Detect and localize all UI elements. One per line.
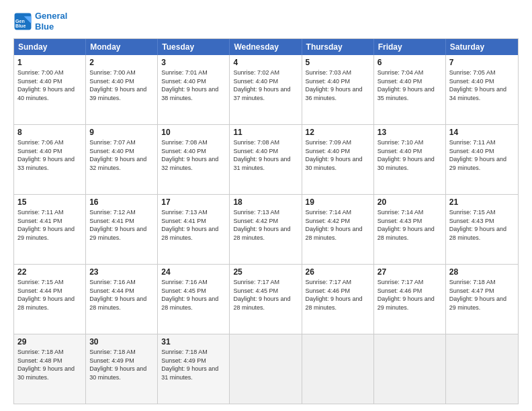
day-cell-17: 17Sunrise: 7:13 AMSunset: 4:41 PMDayligh… <box>158 195 230 264</box>
day-cell-29: 29Sunrise: 7:18 AMSunset: 4:48 PMDayligh… <box>14 334 86 404</box>
cell-info: Sunrise: 7:13 AMSunset: 4:41 PMDaylight:… <box>161 208 226 242</box>
day-cell-8: 8Sunrise: 7:06 AMSunset: 4:40 PMDaylight… <box>14 125 86 194</box>
calendar: SundayMondayTuesdayWednesdayThursdayFrid… <box>13 38 519 404</box>
cell-info: Sunrise: 7:14 AMSunset: 4:43 PMDaylight:… <box>378 208 442 242</box>
cell-info: Sunrise: 7:16 AMSunset: 4:44 PMDaylight:… <box>89 278 154 312</box>
logo-text: General Blue <box>35 11 67 32</box>
header-day-saturday: Saturday <box>446 39 518 55</box>
day-cell-28: 28Sunrise: 7:18 AMSunset: 4:47 PMDayligh… <box>446 265 518 334</box>
day-number: 22 <box>17 267 82 277</box>
day-number: 29 <box>17 337 82 347</box>
cell-info: Sunrise: 7:18 AMSunset: 4:47 PMDaylight:… <box>449 278 515 312</box>
day-cell-26: 26Sunrise: 7:17 AMSunset: 4:46 PMDayligh… <box>302 265 374 334</box>
day-number: 23 <box>89 267 154 277</box>
day-number: 20 <box>378 197 442 207</box>
day-cell-31: 31Sunrise: 7:18 AMSunset: 4:49 PMDayligh… <box>158 334 230 404</box>
cell-info: Sunrise: 7:18 AMSunset: 4:49 PMDaylight:… <box>89 348 154 381</box>
day-number: 18 <box>233 197 298 207</box>
cell-info: Sunrise: 7:04 AMSunset: 4:40 PMDaylight:… <box>378 68 442 102</box>
calendar-header: SundayMondayTuesdayWednesdayThursdayFrid… <box>14 39 518 55</box>
day-cell-19: 19Sunrise: 7:14 AMSunset: 4:42 PMDayligh… <box>302 195 374 264</box>
day-cell-27: 27Sunrise: 7:17 AMSunset: 4:46 PMDayligh… <box>374 265 446 334</box>
cell-info: Sunrise: 7:03 AMSunset: 4:40 PMDaylight:… <box>306 68 370 102</box>
day-cell-6: 6Sunrise: 7:04 AMSunset: 4:40 PMDaylight… <box>374 55 446 124</box>
cell-info: Sunrise: 7:08 AMSunset: 4:40 PMDaylight:… <box>233 138 298 172</box>
cell-info: Sunrise: 7:18 AMSunset: 4:49 PMDaylight:… <box>161 348 226 381</box>
header-day-sunday: Sunday <box>14 39 86 55</box>
day-number: 26 <box>306 267 370 277</box>
day-cell-14: 14Sunrise: 7:11 AMSunset: 4:40 PMDayligh… <box>446 125 518 194</box>
day-cell-20: 20Sunrise: 7:14 AMSunset: 4:43 PMDayligh… <box>374 195 446 264</box>
logo-icon: Gen Blue <box>13 12 32 31</box>
day-cell-21: 21Sunrise: 7:15 AMSunset: 4:43 PMDayligh… <box>446 195 518 264</box>
day-cell-11: 11Sunrise: 7:08 AMSunset: 4:40 PMDayligh… <box>230 125 302 194</box>
cell-info: Sunrise: 7:08 AMSunset: 4:40 PMDaylight:… <box>161 138 226 172</box>
cell-info: Sunrise: 7:13 AMSunset: 4:42 PMDaylight:… <box>233 208 298 242</box>
day-cell-10: 10Sunrise: 7:08 AMSunset: 4:40 PMDayligh… <box>158 125 230 194</box>
calendar-row-5: 29Sunrise: 7:18 AMSunset: 4:48 PMDayligh… <box>14 334 518 404</box>
day-cell-30: 30Sunrise: 7:18 AMSunset: 4:49 PMDayligh… <box>86 334 158 404</box>
day-number: 12 <box>306 128 370 137</box>
cell-info: Sunrise: 7:17 AMSunset: 4:46 PMDaylight:… <box>378 278 442 312</box>
day-number: 2 <box>89 58 154 67</box>
day-number: 14 <box>449 128 515 137</box>
day-number: 25 <box>233 267 298 277</box>
day-cell-25: 25Sunrise: 7:17 AMSunset: 4:45 PMDayligh… <box>230 265 302 334</box>
day-number: 7 <box>449 58 515 67</box>
svg-text:Blue: Blue <box>15 24 26 28</box>
cell-info: Sunrise: 7:09 AMSunset: 4:40 PMDaylight:… <box>306 138 370 172</box>
calendar-row-4: 22Sunrise: 7:15 AMSunset: 4:44 PMDayligh… <box>14 264 518 334</box>
day-number: 28 <box>449 267 515 277</box>
calendar-row-1: 1Sunrise: 7:00 AMSunset: 4:40 PMDaylight… <box>14 55 518 124</box>
day-number: 5 <box>306 58 370 67</box>
day-cell-1: 1Sunrise: 7:00 AMSunset: 4:40 PMDaylight… <box>14 55 86 124</box>
header-day-tuesday: Tuesday <box>158 39 230 55</box>
cell-info: Sunrise: 7:18 AMSunset: 4:48 PMDaylight:… <box>17 348 82 381</box>
day-number: 15 <box>17 197 82 207</box>
day-number: 1 <box>17 58 82 67</box>
header-day-wednesday: Wednesday <box>230 39 302 55</box>
cell-info: Sunrise: 7:00 AMSunset: 4:40 PMDaylight:… <box>17 68 82 102</box>
calendar-row-2: 8Sunrise: 7:06 AMSunset: 4:40 PMDaylight… <box>14 124 518 194</box>
cell-info: Sunrise: 7:17 AMSunset: 4:45 PMDaylight:… <box>233 278 298 312</box>
day-cell-15: 15Sunrise: 7:11 AMSunset: 4:41 PMDayligh… <box>14 195 86 264</box>
day-cell-7: 7Sunrise: 7:05 AMSunset: 4:40 PMDaylight… <box>446 55 518 124</box>
day-number: 10 <box>161 128 226 137</box>
day-cell-9: 9Sunrise: 7:07 AMSunset: 4:40 PMDaylight… <box>86 125 158 194</box>
day-number: 4 <box>233 58 298 67</box>
cell-info: Sunrise: 7:10 AMSunset: 4:40 PMDaylight:… <box>378 138 442 172</box>
day-number: 31 <box>161 337 226 347</box>
day-number: 21 <box>449 197 515 207</box>
cell-info: Sunrise: 7:12 AMSunset: 4:41 PMDaylight:… <box>89 208 154 242</box>
cell-info: Sunrise: 7:11 AMSunset: 4:41 PMDaylight:… <box>17 208 82 242</box>
day-number: 8 <box>17 128 82 137</box>
cell-info: Sunrise: 7:00 AMSunset: 4:40 PMDaylight:… <box>89 68 154 102</box>
day-number: 16 <box>89 197 154 207</box>
cell-info: Sunrise: 7:05 AMSunset: 4:40 PMDaylight:… <box>449 68 515 102</box>
day-cell-24: 24Sunrise: 7:16 AMSunset: 4:45 PMDayligh… <box>158 265 230 334</box>
day-number: 3 <box>161 58 226 67</box>
cell-info: Sunrise: 7:15 AMSunset: 4:44 PMDaylight:… <box>17 278 82 312</box>
empty-cell <box>446 334 518 404</box>
day-cell-18: 18Sunrise: 7:13 AMSunset: 4:42 PMDayligh… <box>230 195 302 264</box>
cell-info: Sunrise: 7:11 AMSunset: 4:40 PMDaylight:… <box>449 138 515 172</box>
cell-info: Sunrise: 7:01 AMSunset: 4:40 PMDaylight:… <box>161 68 226 102</box>
day-cell-5: 5Sunrise: 7:03 AMSunset: 4:40 PMDaylight… <box>302 55 374 124</box>
header: Gen Blue General Blue <box>13 11 519 32</box>
day-number: 30 <box>89 337 154 347</box>
cell-info: Sunrise: 7:14 AMSunset: 4:42 PMDaylight:… <box>306 208 370 242</box>
cell-info: Sunrise: 7:07 AMSunset: 4:40 PMDaylight:… <box>89 138 154 172</box>
cell-info: Sunrise: 7:17 AMSunset: 4:46 PMDaylight:… <box>306 278 370 312</box>
day-cell-22: 22Sunrise: 7:15 AMSunset: 4:44 PMDayligh… <box>14 265 86 334</box>
empty-cell <box>374 334 446 404</box>
logo: Gen Blue General Blue <box>13 11 67 32</box>
day-number: 24 <box>161 267 226 277</box>
svg-text:Gen: Gen <box>15 18 25 23</box>
empty-cell <box>302 334 374 404</box>
day-number: 11 <box>233 128 298 137</box>
header-day-friday: Friday <box>374 39 446 55</box>
header-day-thursday: Thursday <box>302 39 374 55</box>
cell-info: Sunrise: 7:02 AMSunset: 4:40 PMDaylight:… <box>233 68 298 102</box>
cell-info: Sunrise: 7:16 AMSunset: 4:45 PMDaylight:… <box>161 278 226 312</box>
header-day-monday: Monday <box>86 39 158 55</box>
